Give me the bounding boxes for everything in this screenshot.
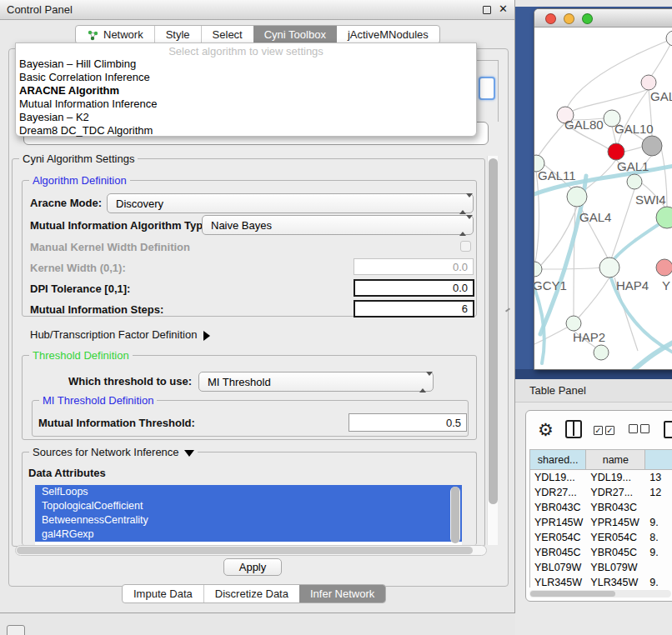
table-body: YDL19...YDL19...13YDR27...YDR27...12YBR0… xyxy=(530,470,672,588)
table-panel-titlebar[interactable]: Table Panel xyxy=(515,379,672,402)
which-threshold-label: Which threshold to use: xyxy=(68,375,192,388)
checked-pair-icon[interactable]: ✓✓ xyxy=(594,422,617,437)
tab-label: Discretize Data xyxy=(215,588,288,600)
unchecked-pair-icon[interactable] xyxy=(629,422,652,437)
network-edge[interactable] xyxy=(542,268,603,269)
network-edge[interactable] xyxy=(573,89,649,111)
data-attributes-list[interactable]: SelfLoopsTopologicalCoefficientBetweenne… xyxy=(35,485,462,547)
table-row[interactable]: YBR043CYBR043C xyxy=(530,500,672,515)
table-cell: YDR27... xyxy=(530,485,586,500)
tab-select[interactable]: Select xyxy=(201,26,253,43)
column-header[interactable]: name xyxy=(586,450,645,470)
hub-tf-definition-toggle[interactable]: Hub/Transcription Factor Definition xyxy=(30,328,210,341)
table-row[interactable]: YBR045CYBR045C9. xyxy=(530,545,672,560)
node-hap4[interactable] xyxy=(599,258,619,278)
network-edge[interactable] xyxy=(579,278,609,318)
network-icon xyxy=(87,29,99,41)
table-row[interactable]: YPR145WYPR145W9. xyxy=(530,515,672,530)
node-bottom-green[interactable] xyxy=(594,345,609,360)
table-row[interactable]: YBL079WYBL079W xyxy=(530,560,672,575)
attribute-list-item[interactable]: SelfLoops xyxy=(35,485,462,499)
tab-discretize-data[interactable]: Discretize Data xyxy=(203,585,299,602)
node-gray[interactable] xyxy=(642,136,662,156)
tab-jactivemnodules[interactable]: jActiveMNodules xyxy=(337,26,439,43)
network-edge-thick[interactable] xyxy=(534,288,544,363)
tab-style[interactable]: Style xyxy=(154,26,201,43)
tab-impute-data[interactable]: Impute Data xyxy=(123,585,203,602)
table-row[interactable]: YER054CYER054C8. xyxy=(530,530,672,545)
mi-algorithm-type-select[interactable]: Naive Bayes xyxy=(202,215,474,235)
network-canvas[interactable]: GALGAL80GAL10GAL1GAL11SWI4GAL4GCY1HAP4YH… xyxy=(534,28,672,369)
table-horizontal-scrollbar[interactable] xyxy=(529,590,671,598)
algorithm-option[interactable]: Dream8 DC_TDC Algorithm xyxy=(16,124,476,138)
dpi-tolerance-field[interactable]: 0.0 xyxy=(354,279,474,297)
network-window-titlebar[interactable] xyxy=(534,9,672,28)
page-icon[interactable] xyxy=(664,421,672,438)
scrollbar-thumb[interactable] xyxy=(530,591,615,597)
tab-network[interactable]: Network xyxy=(76,26,154,43)
network-edge-thick[interactable] xyxy=(634,338,672,369)
settings-vertical-scrollbar[interactable] xyxy=(487,156,498,545)
mi-threshold-field[interactable]: 0.5 xyxy=(349,413,467,432)
algorithm-option[interactable]: ARACNE Algorithm xyxy=(16,84,476,98)
algorithm-option[interactable]: Basic Correlation Inference xyxy=(16,71,476,84)
node-swi4[interactable] xyxy=(627,174,642,189)
manual-kernel-width-checkbox[interactable] xyxy=(460,241,471,252)
node-gcy1[interactable] xyxy=(534,262,542,277)
attribute-list-item[interactable]: gal4RGexp xyxy=(35,528,462,542)
aracne-mode-select[interactable]: Discovery xyxy=(107,193,474,213)
network-edge[interactable] xyxy=(538,122,565,157)
split-column-icon[interactable] xyxy=(565,420,582,438)
scrollbar-thumb[interactable] xyxy=(451,487,459,543)
node-gal-cut[interactable] xyxy=(641,75,656,90)
tab-label: Cyni Toolbox xyxy=(264,28,326,41)
network-edge[interactable] xyxy=(541,207,577,265)
node-gal1[interactable] xyxy=(608,143,624,160)
minimized-window-icon[interactable] xyxy=(7,625,25,635)
table-row[interactable]: YDL19...YDL19...13 xyxy=(530,470,672,485)
close-icon[interactable]: ✕ xyxy=(499,2,508,15)
mac-close-button[interactable] xyxy=(545,13,556,24)
algorithm-option[interactable]: Bayesian – K2 xyxy=(16,111,476,124)
scrollbar-thumb[interactable] xyxy=(489,158,498,504)
network-edge[interactable] xyxy=(624,147,643,152)
tab-label: Infer Network xyxy=(310,588,374,600)
attribute-list-item[interactable]: BetweennessCentrality xyxy=(35,513,462,528)
column-header[interactable] xyxy=(645,450,672,470)
which-threshold-select[interactable]: MI Threshold xyxy=(198,372,434,392)
node-unlabeled-top[interactable] xyxy=(666,31,672,46)
settings-horizontal-scrollbar[interactable] xyxy=(15,545,487,556)
tab-cyni-toolbox[interactable]: Cyni Toolbox xyxy=(253,26,337,43)
checkbox-glyph: ✓ xyxy=(605,426,614,435)
node-hap2[interactable] xyxy=(566,316,581,331)
stepper-arrows-icon xyxy=(459,219,467,232)
node-salmon[interactable] xyxy=(656,259,672,276)
node-gal4[interactable] xyxy=(567,187,587,207)
algorithm-option[interactable]: Bayesian – Hill Climbing xyxy=(16,58,476,71)
network-edge[interactable] xyxy=(574,207,575,316)
float-window-icon[interactable] xyxy=(483,6,491,14)
network-view-window[interactable]: GALGAL80GAL10GAL1GAL11SWI4GAL4GCY1HAP4YH… xyxy=(534,8,672,370)
table-row[interactable]: YDR27...YDR27...12 xyxy=(530,485,672,500)
mac-minimize-button[interactable] xyxy=(564,13,574,24)
table-row[interactable]: YLR345WYLR345W9. xyxy=(530,575,672,588)
algorithm-dropdown-popup: Select algorithm to view settings Bayesi… xyxy=(15,42,477,137)
apply-button[interactable]: Apply xyxy=(223,558,282,576)
tab-infer-network[interactable]: Infer Network xyxy=(299,585,385,602)
network-edge[interactable] xyxy=(534,171,539,266)
mac-zoom-button[interactable] xyxy=(582,13,593,24)
node-hap4-label: HAP4 xyxy=(616,278,649,292)
scrollbar-thumb[interactable] xyxy=(17,547,473,554)
table-cell xyxy=(645,560,672,575)
panel-splitter-handle[interactable] xyxy=(505,307,511,313)
kernel-width-field[interactable]: 0.0 xyxy=(354,258,474,275)
algorithm-option[interactable]: Mutual Information Inference xyxy=(16,98,476,111)
collapse-down-icon xyxy=(184,450,194,457)
control-panel-titlebar[interactable]: Control Panel ✕ xyxy=(0,0,514,20)
sources-legend[interactable]: Sources for Network Inference xyxy=(29,446,198,458)
mi-steps-field[interactable]: 6 xyxy=(354,300,474,318)
column-header[interactable]: shared... xyxy=(530,450,586,470)
attributes-list-scrollbar[interactable] xyxy=(450,487,460,543)
attribute-list-item[interactable]: TopologicalCoefficient xyxy=(35,499,462,513)
gear-icon[interactable]: ⚙ xyxy=(538,421,554,438)
